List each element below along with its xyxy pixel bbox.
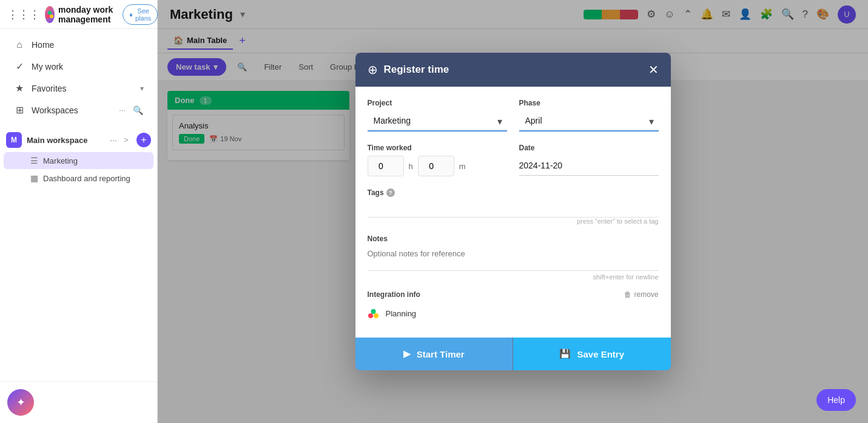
tags-hint: press "enter" to select a tag — [368, 218, 659, 225]
modal-header: ⊕ Register time ✕ — [355, 53, 671, 87]
form-row-project-phase: Project Marketing Phase April — [368, 99, 659, 132]
modal-close-button[interactable]: ✕ — [648, 64, 659, 76]
svg-point-2 — [48, 11, 52, 15]
search-icon[interactable]: 🔍 — [132, 105, 144, 115]
see-plans-button[interactable]: ♦ See plans — [123, 4, 158, 25]
time-worked-group: Time worked h m — [368, 144, 507, 176]
project-label: Project — [368, 99, 507, 107]
apps-icon[interactable]: ⋮⋮⋮ — [7, 8, 40, 21]
workspace-more-button[interactable]: ··· — [109, 133, 118, 147]
check-icon: ✓ — [13, 61, 25, 72]
logo-text: monday work management — [58, 5, 118, 24]
sidebar-item-marketing[interactable]: ☰ Marketing — [4, 152, 153, 169]
minutes-unit: m — [459, 162, 466, 171]
play-icon: ▶ — [403, 348, 411, 359]
integration-header: Integration info 🗑 remove — [368, 290, 659, 299]
logo-icon — [45, 6, 55, 23]
workspace-chevron-button[interactable]: ＞ — [121, 133, 132, 147]
integration-row: Integration info 🗑 remove Planning — [368, 290, 659, 323]
monday-logo-icon — [368, 307, 380, 319]
svg-point-5 — [371, 309, 375, 314]
workspace-section: M Main workspace ··· ＞ + ☰ Marketing ▦ D… — [0, 126, 157, 190]
workspace-actions: ··· ＞ — [109, 133, 132, 147]
sidebar-item-favorites[interactable]: ★ Favorites ▾ — [4, 78, 153, 99]
modal-body: Project Marketing Phase April — [355, 87, 671, 338]
form-row-time-date: Time worked h m Date — [368, 144, 659, 176]
star-icon: ★ — [13, 82, 25, 94]
add-board-button[interactable]: + — [136, 133, 151, 147]
notes-hint: shift+enter for newline — [368, 273, 659, 281]
phase-group: Phase April — [519, 99, 659, 132]
ai-button[interactable]: ✦ — [7, 389, 34, 416]
save-icon: 💾 — [559, 348, 571, 359]
phase-label: Phase — [519, 99, 659, 107]
register-time-modal: ⊕ Register time ✕ Project Marketing — [355, 53, 671, 370]
time-inputs: h m — [368, 156, 507, 176]
tags-input[interactable] — [368, 201, 659, 218]
sidebar-header: ⋮⋮⋮ monday work management ♦ See plans — [0, 0, 157, 29]
notes-label: Notes — [368, 235, 659, 243]
more-icon[interactable]: ··· — [119, 105, 126, 115]
home-icon: ⌂ — [13, 39, 25, 50]
notes-row: Notes shift+enter for newline — [368, 235, 659, 281]
date-group: Date — [519, 144, 659, 176]
sidebar: ⋮⋮⋮ monday work management ♦ See plans ⌂… — [0, 0, 158, 423]
hours-input[interactable] — [368, 156, 404, 176]
project-select-wrapper: Marketing — [368, 111, 507, 132]
svg-point-3 — [368, 313, 373, 318]
hours-unit: h — [409, 162, 413, 171]
tags-tooltip-icon[interactable]: ? — [386, 188, 395, 197]
trash-icon: 🗑 — [624, 290, 631, 299]
save-entry-button[interactable]: 💾 Save Entry — [513, 338, 671, 370]
remove-button[interactable]: 🗑 remove — [624, 290, 658, 299]
logo: monday work management — [45, 5, 118, 24]
date-label: Date — [519, 144, 659, 152]
board-icon: ☰ — [30, 156, 38, 165]
chevron-down-icon: ▾ — [140, 84, 144, 93]
svg-point-4 — [374, 313, 378, 318]
workspace-avatar: M — [6, 132, 22, 148]
diamond-icon: ♦ — [129, 11, 133, 18]
help-button[interactable]: Help — [816, 389, 856, 411]
main-content: Marketing ▾ ⚙ ☺ ⌃ 🔔 ✉ 👤 🧩 🔍 ? 🎨 U 🏠 — [158, 0, 868, 423]
modal-overlay: ⊕ Register time ✕ Project Marketing — [158, 0, 868, 423]
sidebar-bottom: ✦ — [0, 381, 157, 423]
phase-select-wrapper: April — [519, 111, 659, 132]
workspace-header[interactable]: M Main workspace ··· ＞ + — [0, 128, 157, 152]
ai-icon: ✦ — [16, 396, 25, 409]
time-worked-label: Time worked — [368, 144, 507, 152]
modal-footer: ▶ Start Timer 💾 Save Entry — [355, 338, 671, 370]
project-select[interactable]: Marketing — [368, 111, 507, 132]
notes-textarea[interactable] — [368, 247, 659, 271]
integration-name: Planning — [386, 309, 417, 318]
grid-icon: ⊞ — [13, 104, 25, 116]
sidebar-item-dashboard[interactable]: ▦ Dashboard and reporting — [4, 170, 153, 187]
integration-item: Planning — [368, 304, 659, 323]
sidebar-item-home[interactable]: ⌂ Home — [4, 35, 153, 55]
phase-select[interactable]: April — [519, 111, 659, 132]
plus-circle-icon: ⊕ — [368, 62, 378, 77]
sidebar-navigation: ⌂ Home ✓ My work ★ Favorites ▾ ⊞ Workspa… — [0, 29, 157, 126]
start-timer-button[interactable]: ▶ Start Timer — [355, 338, 513, 370]
minutes-input[interactable] — [418, 156, 454, 176]
date-input[interactable] — [519, 156, 659, 176]
sidebar-item-workspaces[interactable]: ⊞ Workspaces ··· 🔍 — [4, 99, 153, 121]
tags-row: Tags ? press "enter" to select a tag — [368, 188, 659, 225]
svg-point-0 — [46, 15, 50, 18]
sidebar-item-my-work[interactable]: ✓ My work — [4, 56, 153, 77]
svg-point-1 — [50, 15, 53, 18]
integration-label: Integration info — [368, 290, 420, 299]
tags-label: Tags ? — [368, 188, 659, 197]
project-group: Project Marketing — [368, 99, 507, 132]
dashboard-icon: ▦ — [30, 173, 38, 183]
